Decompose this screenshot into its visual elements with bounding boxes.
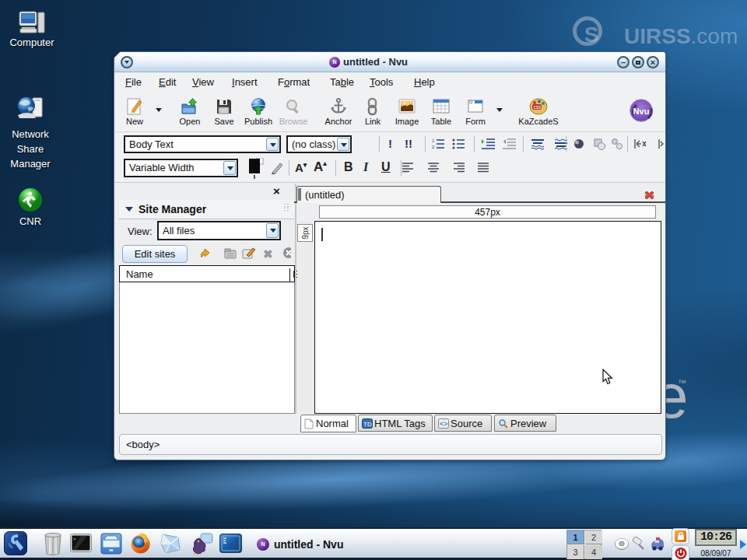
svg-text:TD: TD [363,421,372,428]
svg-text:>: > [73,537,76,542]
svg-text:1: 1 [432,138,435,143]
svg-text:2: 2 [432,145,435,149]
svg-text:css: css [534,104,542,110]
svg-text:<>: <> [440,420,448,428]
